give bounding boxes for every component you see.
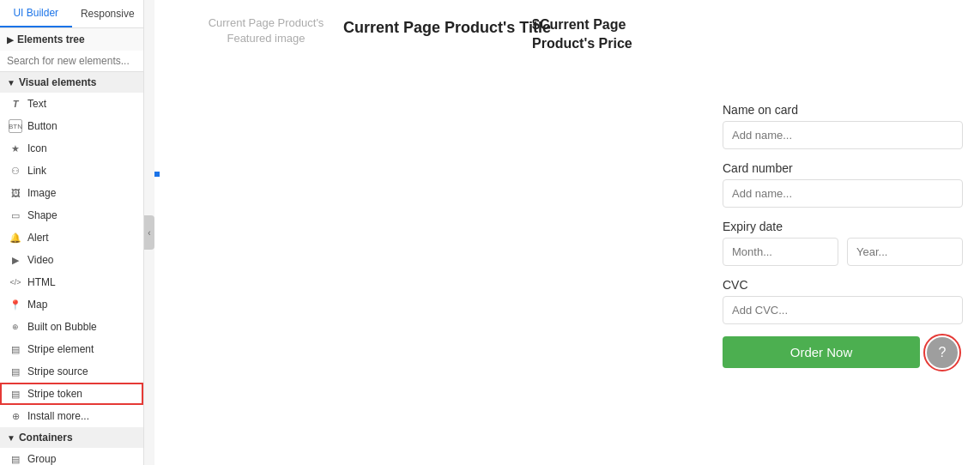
- cvc-label: CVC: [723, 278, 963, 292]
- sidebar-item-stripe-token[interactable]: ▤ Stripe token: [0, 383, 143, 405]
- group-icon: ▤: [9, 452, 22, 465]
- button-icon: BTN: [9, 119, 22, 133]
- order-now-button[interactable]: Order Now: [723, 336, 920, 368]
- sidebar-tabs: UI Builder Responsive: [0, 0, 143, 28]
- bubble-icon: ⊕: [9, 320, 22, 334]
- sidebar-item-html[interactable]: </> HTML: [0, 271, 143, 293]
- elements-tree-label: Elements tree: [17, 33, 85, 45]
- elements-tree-arrow: ▶: [7, 35, 14, 45]
- sidebar-item-built-on-bubble[interactable]: ⊕ Built on Bubble: [0, 316, 143, 338]
- sidebar-item-label: Video: [27, 254, 53, 266]
- sidebar-item-button[interactable]: BTN Button: [0, 115, 143, 137]
- containers-section[interactable]: ▼ Containers: [0, 427, 143, 448]
- tab-responsive[interactable]: Responsive: [72, 0, 144, 27]
- sidebar-item-map[interactable]: 📍 Map: [0, 293, 143, 316]
- visual-elements-arrow: ▼: [7, 78, 15, 88]
- cvc-input[interactable]: [723, 296, 963, 324]
- sidebar-item-label: Icon: [27, 142, 47, 154]
- sidebar-item-video[interactable]: ▶ Video: [0, 249, 143, 271]
- stripe-element-icon: ▤: [9, 342, 22, 356]
- cvc-group: CVC: [723, 278, 963, 324]
- card-number-group: Card number: [723, 161, 963, 208]
- product-price: $Current Page Product's Price: [532, 15, 632, 54]
- year-input[interactable]: [847, 238, 963, 266]
- help-icon: ?: [939, 345, 947, 360]
- product-title: Current Page Product's Title: [343, 19, 551, 37]
- collapse-handle[interactable]: ‹: [144, 215, 154, 250]
- sidebar-item-image[interactable]: 🖼 Image: [0, 182, 143, 204]
- name-on-card-input[interactable]: [723, 121, 963, 149]
- sidebar-item-label: HTML: [27, 276, 56, 288]
- order-row: Order Now ?: [723, 336, 963, 368]
- link-icon: ⚇: [9, 164, 22, 178]
- text-icon: T: [9, 97, 22, 111]
- alert-icon: 🔔: [9, 231, 22, 245]
- html-icon: </>: [9, 275, 22, 289]
- card-number-input[interactable]: [723, 179, 963, 208]
- main-content: ‹ Current Page Product's Featured image …: [144, 0, 980, 465]
- image-icon: 🖼: [9, 186, 22, 200]
- shape-icon: ▭: [9, 208, 22, 222]
- expiry-date-label: Expiry date: [723, 220, 963, 233]
- search-input[interactable]: [0, 51, 143, 72]
- sidebar-item-label: Button: [27, 120, 57, 132]
- help-button[interactable]: ?: [927, 337, 958, 368]
- name-on-card-group: Name on card: [723, 103, 963, 149]
- video-icon: ▶: [9, 253, 22, 267]
- sidebar-item-shape[interactable]: ▭ Shape: [0, 204, 143, 226]
- sidebar-item-label: Install more...: [27, 410, 89, 422]
- sidebar-item-label: Map: [27, 299, 47, 311]
- sidebar-item-label: Text: [27, 98, 46, 110]
- product-featured-image: Current Page Product's Featured image: [197, 15, 335, 46]
- elements-tree-header[interactable]: ▶ Elements tree: [0, 28, 143, 51]
- sidebar-item-label: Image: [27, 187, 56, 199]
- sidebar-item-icon[interactable]: ★ Icon: [0, 137, 143, 160]
- sidebar-item-text[interactable]: T Text: [0, 93, 143, 115]
- visual-elements-label: Visual elements: [19, 76, 97, 88]
- sidebar-item-label: Stripe source: [27, 365, 88, 377]
- sidebar-item-label: Shape: [27, 209, 57, 221]
- map-icon: 📍: [9, 298, 22, 311]
- sidebar-item-alert[interactable]: 🔔 Alert: [0, 226, 143, 249]
- sidebar-item-label: Built on Bubble: [27, 321, 97, 333]
- tab-ui-builder[interactable]: UI Builder: [0, 0, 72, 27]
- sidebar-item-label: Stripe token: [27, 388, 82, 400]
- icon-icon: ★: [9, 142, 22, 155]
- sidebar-item-label: Alert: [27, 232, 49, 244]
- card-number-label: Card number: [723, 161, 963, 175]
- expiry-row: [723, 238, 963, 266]
- sidebar-item-label: Link: [27, 165, 46, 177]
- containers-label: Containers: [19, 432, 73, 444]
- month-input[interactable]: [723, 238, 838, 266]
- expiry-date-group: Expiry date: [723, 220, 963, 266]
- payment-form: Name on card Card number Expiry date CVC: [723, 103, 963, 368]
- stripe-token-icon: ▤: [9, 387, 22, 401]
- sidebar-item-link[interactable]: ⚇ Link: [0, 160, 143, 182]
- sidebar-item-install-more[interactable]: ⊕ Install more...: [0, 405, 143, 427]
- sidebar-item-stripe-element[interactable]: ▤ Stripe element: [0, 338, 143, 360]
- sidebar-item-group[interactable]: ▤ Group: [0, 448, 143, 465]
- visual-elements-section[interactable]: ▼ Visual elements: [0, 72, 143, 93]
- install-more-icon: ⊕: [9, 409, 22, 423]
- name-on-card-label: Name on card: [723, 103, 963, 117]
- sidebar-item-label: Stripe element: [27, 343, 94, 355]
- containers-arrow: ▼: [7, 433, 15, 443]
- canvas-selection-handle: [154, 172, 160, 177]
- sidebar-item-stripe-source[interactable]: ▤ Stripe source: [0, 360, 143, 383]
- sidebar: UI Builder Responsive ▶ Elements tree ▼ …: [0, 0, 144, 465]
- canvas-area: Current Page Product's Featured image Cu…: [154, 0, 980, 465]
- stripe-source-icon: ▤: [9, 365, 22, 378]
- sidebar-item-label: Group: [27, 453, 56, 465]
